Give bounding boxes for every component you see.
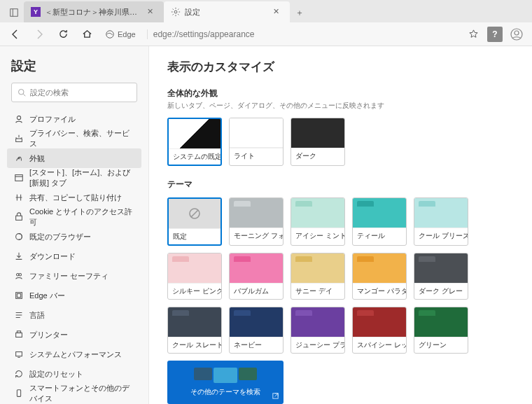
svg-rect-21 [16, 352, 22, 356]
nav-label: Cookie とサイトのアクセス許可 [29, 207, 134, 228]
sidebar-item-4[interactable]: 共有、コピーして貼り付け [7, 188, 141, 207]
favorites-button[interactable] [463, 25, 483, 44]
svg-rect-19 [16, 333, 22, 337]
svg-rect-13 [16, 216, 22, 220]
appearance-card-light[interactable]: ライト [229, 118, 284, 166]
sidebar-item-5[interactable]: Cookie とサイトのアクセス許可 [7, 207, 141, 227]
nav-icon [14, 193, 24, 202]
nav-label: [スタート]、[ホーム]、および [新規] タブ [29, 167, 134, 188]
theme-label: ネービー [230, 337, 283, 353]
nav-icon [14, 134, 24, 144]
edge-indicator: Edge [101, 29, 140, 39]
settings-search[interactable] [11, 83, 137, 102]
tab-settings[interactable]: 設定 ✕ [164, 1, 290, 22]
theme-label: ダーク グレー [414, 283, 468, 299]
theme-card[interactable]: アイシー ミント [290, 197, 345, 246]
theme-label: バブルガム [230, 283, 283, 299]
svg-line-7 [23, 94, 25, 96]
nav-icon [14, 349, 24, 359]
nav-icon [14, 330, 24, 340]
nav-icon [14, 310, 24, 320]
close-icon[interactable]: ✕ [147, 7, 157, 17]
theme-label: ジューシー プラム [291, 337, 344, 353]
theme-label: モーニング フォグ [230, 228, 283, 244]
tab-title: 設定 [185, 7, 269, 18]
theme-title: テーマ [167, 179, 514, 190]
overall-appearance-title: 全体的な外観 [167, 88, 514, 99]
profile-button[interactable] [507, 25, 526, 44]
theme-card[interactable]: グリーン [414, 307, 468, 354]
sidebar-item-0[interactable]: プロファイル [7, 109, 141, 129]
theme-card[interactable]: サニー デイ [290, 253, 345, 300]
sidebar-item-14[interactable]: スマートフォンとその他のデバイス [7, 384, 141, 403]
theme-card[interactable]: ジューシー プラム [290, 307, 345, 354]
theme-card[interactable]: スパイシー レッド [352, 307, 407, 354]
search-icon [18, 88, 26, 97]
theme-card[interactable]: ダーク グレー [414, 253, 468, 300]
home-button[interactable] [77, 25, 97, 44]
nav-icon [14, 389, 24, 398]
theme-label: グリーン [414, 337, 468, 353]
nav-label: プロファイル [29, 114, 76, 125]
svg-point-5 [514, 31, 519, 35]
close-icon[interactable]: ✕ [273, 7, 283, 17]
sidebar-item-10[interactable]: 言語 [7, 305, 141, 325]
theme-card[interactable]: モーニング フォグ [229, 197, 284, 246]
sidebar-item-3[interactable]: [スタート]、[ホーム]、および [新規] タブ [7, 168, 141, 188]
svg-rect-20 [17, 331, 20, 333]
nav-label: スマートフォンとその他のデバイス [29, 383, 134, 404]
theme-card[interactable]: クール ブリーズ [414, 197, 468, 246]
sidebar-item-6[interactable]: 既定のブラウザー [7, 227, 141, 246]
nav-label: 既定のブラウザー [29, 232, 91, 242]
more-themes-label: その他のテーマを検索 [190, 387, 260, 397]
svg-point-10 [18, 158, 20, 159]
sidebar-item-1[interactable]: プライバシー、検索、サービス [7, 129, 141, 148]
more-themes-button[interactable]: その他のテーマを検索 [167, 361, 284, 404]
sidebar-item-11[interactable]: プリンター [7, 325, 141, 344]
yahoo-favicon: Y [31, 7, 41, 17]
appearance-card-dark[interactable]: ダーク [290, 118, 345, 166]
appearance-card-system[interactable]: システムの既定 [167, 118, 222, 166]
gear-icon [171, 7, 181, 17]
theme-label: 既定 [169, 228, 220, 244]
tab-yahoo-news[interactable]: Y ＜新型コロナ＞神奈川県で36人の ✕ [24, 1, 164, 22]
nav-icon [14, 251, 24, 261]
theme-card[interactable]: マンゴー パラダイス [352, 253, 407, 300]
nav-icon [14, 369, 24, 379]
help-button[interactable]: ? [487, 27, 503, 42]
search-input[interactable] [30, 88, 131, 97]
new-tab-button[interactable]: ＋ [290, 3, 309, 22]
nav-label: 共有、コピーして貼り付け [29, 193, 122, 203]
nav-label: 設定のリセット [29, 369, 83, 379]
nav-label: Edge バー [29, 291, 65, 301]
nav-icon [14, 291, 24, 300]
sidebar-item-2[interactable]: 外観 [7, 148, 141, 168]
sidebar-item-7[interactable]: ダウンロード [7, 246, 141, 266]
theme-card[interactable]: 既定 [167, 197, 222, 246]
refresh-button[interactable] [53, 25, 73, 44]
overall-appearance-sub: 新しいタブ、ページ、ダイアログ、その他のメニューに反映されます [167, 101, 514, 111]
theme-card[interactable]: ネービー [229, 307, 284, 354]
nav-icon [14, 232, 24, 242]
theme-label: シルキー ピンク [168, 283, 221, 299]
nav-icon [14, 114, 24, 124]
theme-card[interactable]: シルキー ピンク [167, 253, 222, 300]
svg-point-2 [174, 11, 177, 13]
sidebar-item-12[interactable]: システムとパフォーマンス [7, 344, 141, 364]
tab-actions-button[interactable] [4, 3, 24, 22]
address-bar[interactable]: edge://settings/appearance [147, 29, 459, 39]
sidebar-item-8[interactable]: ファミリー セーフティ [7, 266, 141, 286]
theme-label: マンゴー パラダイス [353, 283, 406, 299]
sidebar-item-9[interactable]: Edge バー [7, 286, 141, 305]
theme-card[interactable]: バブルガム [229, 253, 284, 300]
svg-point-6 [19, 90, 24, 95]
theme-label: クール ブリーズ [414, 228, 468, 244]
forward-button [29, 25, 49, 44]
sidebar-item-13[interactable]: 設定のリセット [7, 364, 141, 384]
card-label: ライト [230, 148, 283, 164]
back-button[interactable] [6, 25, 25, 44]
nav-label: ダウンロード [29, 251, 76, 262]
theme-card[interactable]: クール スレート [167, 307, 222, 354]
svg-point-16 [19, 274, 22, 277]
theme-card[interactable]: ティール [352, 197, 407, 246]
